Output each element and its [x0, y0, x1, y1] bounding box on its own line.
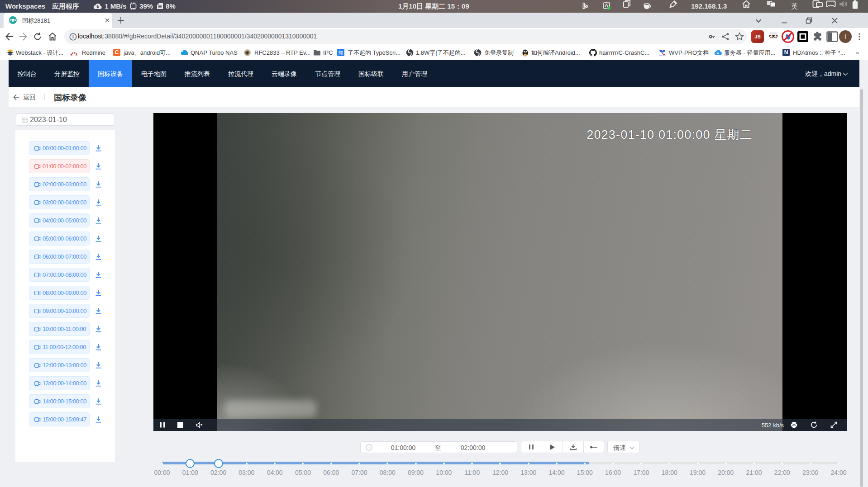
svg-text:WVP-PRO: WVP-PRO — [659, 55, 666, 57]
